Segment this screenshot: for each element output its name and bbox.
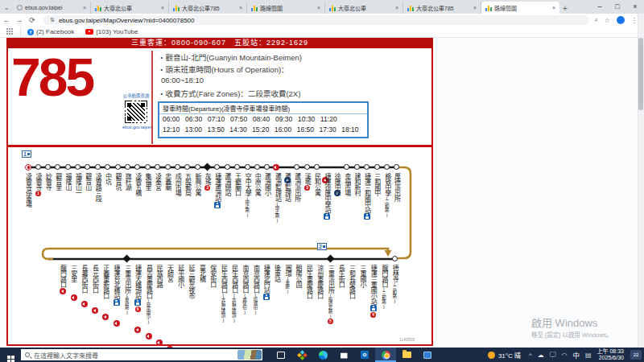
edge-icon[interactable] <box>312 348 333 362</box>
stop-name: 捷運三和國中站 <box>363 173 370 212</box>
reload-icon[interactable]: ⟳ <box>26 16 39 24</box>
tab-close-icon[interactable]: × <box>552 5 555 10</box>
bookmark-star-icon[interactable]: ☆ <box>605 17 610 24</box>
bus-stop: 南京西路口(塔城街) <box>250 265 261 314</box>
task-view-button[interactable] <box>270 348 291 362</box>
bus-stop: 長生街口 <box>336 265 347 287</box>
departure-time: 11:20 <box>320 114 343 125</box>
stop-name: 南京西路口(迪化街) <box>241 265 249 314</box>
stop-marker <box>245 164 250 170</box>
network-icon[interactable]: ◠ <box>561 352 567 359</box>
stop-name: 蘆洲總站 <box>224 173 231 195</box>
stop-name: 凌雲寺停車場 <box>25 173 32 207</box>
forward-icon[interactable]: → <box>13 16 26 24</box>
start-button[interactable] <box>0 348 21 362</box>
stop-marker <box>71 294 77 301</box>
taskbar-weather[interactable]: 31°C 晴 <box>488 351 521 360</box>
bus-stop: 天師宮 <box>164 265 175 282</box>
departure-row: 06:0006:3007:1007:5008:4009:3010:3011:20 <box>159 114 367 125</box>
bus-stop: 捷運台北橋站 <box>111 265 122 306</box>
bookmark-facebook[interactable]: f(2) Facebook <box>27 28 74 35</box>
chrome-icon[interactable] <box>375 348 396 362</box>
browser-tab[interactable]: 路線簡圖× <box>481 2 559 14</box>
tab-close-icon[interactable]: × <box>473 5 477 10</box>
stop-name: 民生重慶路口 <box>305 265 312 298</box>
stop-marker <box>145 164 151 170</box>
ime-indicator[interactable]: 中 <box>572 350 580 360</box>
maximize-button[interactable]: □ <box>609 0 626 13</box>
stop-name: 蘆洲國小 <box>264 173 271 195</box>
stop-name: 保安街口 <box>209 265 217 287</box>
display-icon[interactable]: 🖵 <box>550 351 556 359</box>
browser-tab[interactable]: ebus.gov.taipei× <box>13 2 91 14</box>
stop-name-suffix: (大稻埕碼頭) <box>232 293 237 322</box>
stop-name: 厚德派出所 <box>394 173 401 201</box>
departure-time: 13:00 <box>185 125 208 135</box>
search-placeholder: 在這裡輸入文字來搜尋 <box>34 351 237 360</box>
stop-name: 凌雲路三段 <box>94 173 101 201</box>
widgets-button[interactable] <box>291 348 312 362</box>
tab-close-icon[interactable]: × <box>317 5 320 10</box>
stop-name: 格致中學(三和路) <box>383 173 391 216</box>
bus-site-favicon <box>251 5 258 11</box>
omnibox[interactable]: ⇅ ebus.gov.taipei/MapOverview?nid=040007… <box>43 15 589 25</box>
minimize-button[interactable]: – <box>591 0 609 13</box>
bus-stop: 臺北橋 <box>196 265 208 282</box>
bus-stop: 後車站 <box>271 265 283 282</box>
onedrive-icon[interactable]: ☁ <box>538 352 544 359</box>
zoom-icon[interactable]: ⌕ <box>594 16 597 24</box>
browser-tab[interactable]: 路線簡圖× <box>247 2 325 14</box>
taskbar-search[interactable]: 在這裡輸入文字來搜尋 <box>21 349 262 360</box>
close-button[interactable]: × <box>626 0 644 13</box>
touch-keyboard-icon[interactable]: ▤ <box>585 352 592 359</box>
screen: ⌄ ebus.gov.taipei×大臺北公車×大臺北公車785×路線簡圖×大臺… <box>0 0 644 362</box>
bookmarks-bar: f(2) Facebook (103) YouTube <box>0 27 644 38</box>
bus-site-favicon <box>485 5 492 11</box>
browser-tab[interactable]: 大臺北公車785× <box>169 2 247 14</box>
divider <box>20 28 21 35</box>
bus-site-favicon <box>329 5 336 11</box>
bus-stop: 南京西路口(迪化街) <box>239 265 250 314</box>
scrollbar[interactable] <box>638 14 644 348</box>
notification-center-icon[interactable]: 22 <box>630 350 642 360</box>
bus-stop: 三重派出所(重新路) <box>122 265 133 314</box>
store-icon[interactable] <box>333 348 354 362</box>
search-daily-image[interactable] <box>237 350 262 360</box>
bookmark-youtube[interactable]: (103) YouTube <box>85 28 138 35</box>
metro-station-icon <box>364 213 370 220</box>
tab-close-icon[interactable]: × <box>161 5 164 10</box>
bus-site-favicon <box>95 5 101 11</box>
departure-row: 12:1013:0013:5014:3015:2016:0016:5017:30… <box>159 125 367 135</box>
stop-name-suffix: (塔城街) <box>253 293 258 314</box>
tab-close-icon[interactable]: × <box>83 5 86 10</box>
tab-close-icon[interactable]: × <box>395 5 398 10</box>
taskbar-clock[interactable]: 上午 08:33 2025/6/30 <box>597 348 624 361</box>
stop-name: 集福里 <box>144 173 151 190</box>
browser-tab[interactable]: 大臺北公車785× <box>403 2 481 14</box>
apps-grid-icon[interactable] <box>6 28 14 35</box>
site-settings-icon[interactable]: ⇅ <box>50 17 55 23</box>
file-explorer-icon[interactable] <box>396 348 417 362</box>
url-bar: ← → ⟳ ⇅ ebus.gov.taipei/MapOverview?nid=… <box>0 14 644 27</box>
new-tab-button[interactable]: + <box>559 2 571 14</box>
youtube-icon <box>85 29 93 35</box>
app-window-icon[interactable] <box>417 348 438 362</box>
stop-name: 涼州重慶路口 <box>316 265 324 298</box>
back-icon[interactable]: ← <box>0 16 13 24</box>
browser-tab[interactable]: 大臺北公車× <box>325 2 403 14</box>
menu-kebab-icon[interactable]: ⋮ <box>631 17 638 24</box>
zone-number-badge: 3 <box>304 185 310 191</box>
stop-name: 長壽西街口 <box>80 265 88 293</box>
scrollbar-thumb[interactable] <box>638 38 643 110</box>
profile-avatar[interactable] <box>617 16 625 24</box>
tab-search-chevron-icon[interactable]: ⌄ <box>0 2 13 14</box>
url-text[interactable]: ebus.gov.taipei/MapOverview?nid=04000785… <box>59 17 195 24</box>
outlook-icon[interactable]: o <box>354 348 375 362</box>
browser-tab[interactable]: 大臺北公車× <box>91 2 169 14</box>
tray-expand-icon[interactable]: ^ <box>529 352 532 359</box>
stop-marker <box>65 164 71 170</box>
bus-stop: 民生西路口(大稻埕碼頭) <box>229 265 240 322</box>
map-segment-badge: 1 <box>22 150 31 158</box>
bus-stop: 龍門路口(三和路) <box>378 265 390 308</box>
tab-close-icon[interactable]: × <box>239 5 242 10</box>
